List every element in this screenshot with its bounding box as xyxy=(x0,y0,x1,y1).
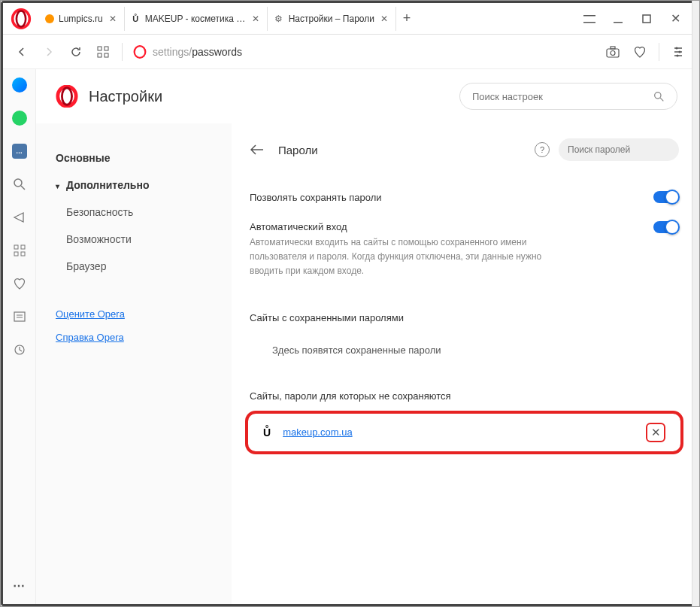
tab-label: Lumpics.ru xyxy=(59,14,103,24)
tab-menu-button[interactable] xyxy=(583,12,596,26)
forward-button[interactable] xyxy=(41,44,57,60)
speed-dial-button[interactable] xyxy=(95,44,111,60)
svg-rect-5 xyxy=(643,15,650,23)
new-tab-button[interactable]: + xyxy=(396,11,417,26)
svg-point-10 xyxy=(135,46,146,58)
never-save-row: Ů makeup.com.ua ✕ xyxy=(250,412,679,453)
svg-rect-8 xyxy=(98,53,102,57)
svg-point-1 xyxy=(17,11,26,26)
scrollbar[interactable] xyxy=(692,69,697,604)
saved-empty-text: Здесь появятся сохраненные пароли xyxy=(250,334,679,366)
address-bar[interactable]: settings/passwords xyxy=(133,45,242,59)
back-button[interactable] xyxy=(14,44,30,60)
messenger-icon[interactable] xyxy=(11,77,28,93)
never-site-link[interactable]: makeup.com.ua xyxy=(283,426,353,438)
url-path: passwords xyxy=(192,46,242,58)
more-icon[interactable]: ⋯ xyxy=(11,577,28,593)
svg-point-30 xyxy=(58,86,76,106)
svg-point-20 xyxy=(14,179,22,187)
easy-setup-icon[interactable] xyxy=(670,44,686,60)
nav-features[interactable]: Возможности xyxy=(51,226,217,253)
svg-point-19 xyxy=(677,54,679,56)
news-icon[interactable] xyxy=(11,308,28,325)
titlebar: Lumpics.ru ✕ Ů MAKEUP - косметика и па ✕… xyxy=(3,3,697,35)
tab-lumpics[interactable]: Lumpics.ru ✕ xyxy=(39,7,125,31)
favicon-icon xyxy=(45,14,54,23)
remove-never-button[interactable]: ✕ xyxy=(646,423,665,442)
minimize-button[interactable] xyxy=(611,12,625,26)
opera-logo-icon xyxy=(56,85,78,108)
bookmarks-icon[interactable] xyxy=(11,275,28,292)
nav-security[interactable]: Безопасность xyxy=(51,199,217,226)
svg-line-21 xyxy=(21,186,25,190)
allow-save-label: Позволять сохранять пароли xyxy=(250,192,382,203)
settings-content: Пароли ? Позволять сохранять пароли xyxy=(232,123,697,604)
svg-rect-24 xyxy=(14,252,18,256)
search-sidebar-icon[interactable] xyxy=(11,176,28,193)
svg-rect-4 xyxy=(614,22,623,23)
nav-advanced[interactable]: ▾Дополнительно xyxy=(51,171,217,199)
svg-rect-9 xyxy=(105,53,108,57)
search-settings-input[interactable] xyxy=(472,91,653,102)
speed-dial-sidebar-icon[interactable] xyxy=(11,242,28,259)
opera-logo-icon[interactable] xyxy=(11,8,32,29)
opera-small-icon xyxy=(133,45,147,59)
svg-point-0 xyxy=(13,9,30,28)
vk-icon[interactable]: … xyxy=(11,143,28,159)
back-arrow-icon[interactable] xyxy=(250,142,265,157)
heart-icon[interactable] xyxy=(632,44,648,60)
page-title: Пароли xyxy=(278,144,318,156)
svg-rect-2 xyxy=(583,15,595,17)
svg-rect-6 xyxy=(98,47,102,50)
svg-rect-3 xyxy=(583,22,595,23)
close-icon[interactable]: ✕ xyxy=(379,14,389,24)
svg-rect-7 xyxy=(105,47,108,50)
auto-login-desc: Автоматически входить на сайты с помощью… xyxy=(250,235,550,279)
svg-rect-23 xyxy=(21,245,25,249)
tab-label: MAKEUP - косметика и па xyxy=(145,14,247,24)
nav-basic[interactable]: Основные xyxy=(51,144,217,171)
url-prefix: settings/ xyxy=(153,46,192,58)
search-passwords[interactable] xyxy=(559,138,679,161)
saved-section-title: Сайты с сохраненными паролями xyxy=(250,312,679,323)
close-icon[interactable]: ✕ xyxy=(251,14,261,24)
svg-rect-26 xyxy=(14,312,25,321)
settings-title: Настройки xyxy=(89,88,162,105)
reload-button[interactable] xyxy=(68,44,84,60)
favicon-icon: Ů xyxy=(131,14,141,24)
toolbar: settings/passwords xyxy=(3,35,697,69)
svg-line-33 xyxy=(660,98,663,101)
flow-icon[interactable] xyxy=(11,209,28,226)
svg-rect-22 xyxy=(14,245,18,249)
maximize-button[interactable] xyxy=(640,12,653,26)
svg-point-17 xyxy=(679,50,681,53)
whatsapp-icon[interactable] xyxy=(11,110,28,126)
settings-header: Настройки xyxy=(36,69,697,123)
svg-point-15 xyxy=(676,47,678,49)
tab-makeup[interactable]: Ů MAKEUP - косметика и па ✕ xyxy=(125,7,268,31)
nav-browser[interactable]: Браузер xyxy=(51,253,217,280)
chevron-down-icon: ▾ xyxy=(56,182,63,190)
history-icon[interactable] xyxy=(11,341,28,358)
never-section-title: Сайты, пароли для которых не сохраняются xyxy=(250,390,679,402)
sidebar: … ⋯ xyxy=(3,69,36,604)
help-icon[interactable]: ? xyxy=(535,142,550,157)
close-icon[interactable]: ✕ xyxy=(108,14,118,24)
auto-login-label: Автоматический вход xyxy=(250,221,550,232)
settings-nav: Основные ▾Дополнительно Безопасность Воз… xyxy=(36,123,232,604)
svg-rect-25 xyxy=(21,252,25,256)
search-passwords-input[interactable] xyxy=(568,144,680,155)
help-opera-link[interactable]: Справка Opera xyxy=(51,326,217,349)
search-icon xyxy=(653,91,665,102)
rate-opera-link[interactable]: Оцените Opera xyxy=(51,302,217,326)
tab-settings[interactable]: ⚙ Настройки – Пароли ✕ xyxy=(268,7,396,31)
svg-point-32 xyxy=(655,92,661,98)
svg-rect-11 xyxy=(607,49,619,57)
site-favicon-icon: Ů xyxy=(263,426,271,439)
search-settings[interactable] xyxy=(459,83,677,110)
allow-save-toggle[interactable] xyxy=(653,191,679,203)
auto-login-toggle[interactable] xyxy=(653,221,679,233)
snapshot-icon[interactable] xyxy=(605,44,621,60)
close-window-button[interactable]: ✕ xyxy=(668,12,682,26)
svg-point-12 xyxy=(611,50,615,55)
